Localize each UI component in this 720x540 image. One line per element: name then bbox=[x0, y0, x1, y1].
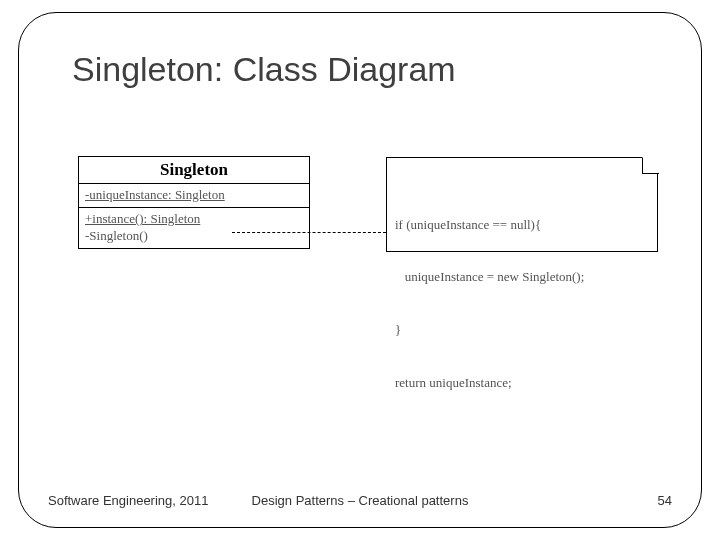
note-line: } bbox=[395, 321, 649, 339]
footer-left: Software Engineering, 2011 bbox=[48, 493, 208, 508]
uml-attributes: -uniqueInstance: Singleton bbox=[79, 184, 309, 208]
slide-title: Singleton: Class Diagram bbox=[72, 50, 456, 89]
note-line: if (uniqueInstance == null){ bbox=[395, 216, 649, 234]
uml-attribute: -uniqueInstance: Singleton bbox=[85, 187, 303, 203]
note-connector bbox=[232, 232, 386, 233]
uml-class-name: Singleton bbox=[79, 157, 309, 184]
uml-operation: -Singleton() bbox=[85, 228, 303, 244]
uml-operation: +instance(): Singleton bbox=[85, 211, 303, 227]
footer: Software Engineering, 2011 Design Patter… bbox=[48, 493, 672, 508]
footer-page: 54 bbox=[658, 493, 672, 508]
note-line: return uniqueInstance; bbox=[395, 374, 649, 392]
uml-operations: +instance(): Singleton -Singleton() bbox=[79, 208, 309, 248]
slide: Singleton: Class Diagram Singleton -uniq… bbox=[0, 0, 720, 540]
note-fold-icon bbox=[642, 157, 658, 173]
uml-class-box: Singleton -uniqueInstance: Singleton +in… bbox=[78, 156, 310, 249]
note-line: uniqueInstance = new Singleton(); bbox=[395, 268, 649, 286]
uml-note: if (uniqueInstance == null){ uniqueInsta… bbox=[386, 157, 658, 252]
